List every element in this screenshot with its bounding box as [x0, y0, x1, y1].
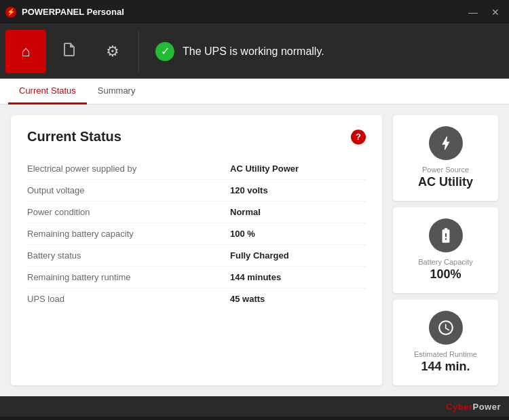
battery-capacity-label: Battery Capacity: [400, 258, 491, 266]
status-table: Electrical power supplied by AC Utility …: [27, 158, 366, 309]
footer: CyberPower: [0, 396, 509, 417]
row-value: Fully Charged: [230, 250, 366, 261]
title-bar: ⚡ POWERPANEL Personal — ✕: [0, 0, 509, 24]
current-status-panel: Current Status ? Electrical power suppli…: [11, 115, 382, 385]
row-value: 120 volts: [230, 185, 366, 195]
table-row: Power condition Normal: [27, 202, 366, 223]
row-label: Power condition: [27, 207, 230, 217]
info-cards-panel: Power Source AC Utility Battery Capacity…: [393, 115, 498, 385]
row-value: Normal: [230, 207, 366, 217]
table-row: Remaining battery runtime 144 minutes: [27, 267, 366, 288]
table-row: UPS load 45 watts: [27, 288, 366, 309]
status-indicator: ✓: [155, 42, 174, 61]
tab-current-status[interactable]: Current Status: [8, 79, 87, 104]
estimated-runtime-card: Estimated Runtime 144 min.: [393, 300, 498, 385]
row-label: Electrical power supplied by: [27, 164, 230, 174]
toolbar-file-button[interactable]: [49, 30, 90, 73]
app-title: POWERPANEL Personal: [22, 7, 124, 17]
toolbar-status: ✓ The UPS is working normally.: [145, 42, 504, 61]
home-icon: ⌂: [21, 43, 30, 60]
power-source-card: Power Source AC Utility: [393, 115, 498, 201]
app-logo: ⚡: [5, 7, 16, 18]
table-row: Remaining battery capacity 100 %: [27, 223, 366, 245]
row-value: 45 watts: [230, 294, 366, 304]
title-bar-left: ⚡ POWERPANEL Personal: [5, 7, 124, 18]
help-button[interactable]: ?: [351, 130, 366, 145]
close-button[interactable]: ✕: [487, 5, 504, 19]
panel-header: Current Status ?: [27, 129, 366, 145]
power-source-label: Power Source: [400, 166, 491, 174]
status-message: The UPS is working normally.: [183, 45, 324, 58]
battery-capacity-card: Battery Capacity 100%: [393, 208, 498, 293]
main-content: Current Status ? Electrical power suppli…: [0, 104, 509, 396]
footer-brand: CyberPower: [446, 402, 501, 412]
toolbar-divider: [138, 31, 139, 72]
panel-title: Current Status: [27, 129, 121, 145]
table-row: Battery status Fully Charged: [27, 245, 366, 267]
table-row: Output voltage 120 volts: [27, 180, 366, 202]
tabs-bar: Current Status Summary: [0, 79, 509, 104]
minimize-button[interactable]: —: [464, 5, 482, 19]
row-label: Remaining battery runtime: [27, 272, 230, 282]
toolbar-settings-button[interactable]: ⚙: [92, 30, 133, 73]
estimated-runtime-icon: [429, 311, 463, 345]
estimated-runtime-label: Estimated Runtime: [400, 350, 491, 358]
toolbar-home-button[interactable]: ⌂: [5, 30, 46, 73]
row-value: 100 %: [230, 229, 366, 239]
power-source-icon: [429, 126, 463, 160]
table-row: Electrical power supplied by AC Utility …: [27, 158, 366, 180]
battery-capacity-icon: [429, 218, 463, 252]
row-value: 144 minutes: [230, 272, 366, 282]
row-label: Output voltage: [27, 185, 230, 195]
battery-capacity-value: 100%: [400, 267, 491, 282]
settings-icon: ⚙: [106, 43, 119, 60]
toolbar: ⌂ ⚙ ✓ The UPS is working normally.: [0, 24, 509, 79]
estimated-runtime-value: 144 min.: [400, 360, 491, 374]
file-icon: [61, 41, 77, 62]
row-label: UPS load: [27, 294, 230, 304]
row-value: AC Utility Power: [230, 164, 366, 174]
power-source-value: AC Utility: [400, 175, 491, 189]
row-label: Remaining battery capacity: [27, 229, 230, 239]
tab-summary[interactable]: Summary: [87, 79, 147, 104]
row-label: Battery status: [27, 250, 230, 261]
title-controls: — ✕: [464, 5, 504, 19]
